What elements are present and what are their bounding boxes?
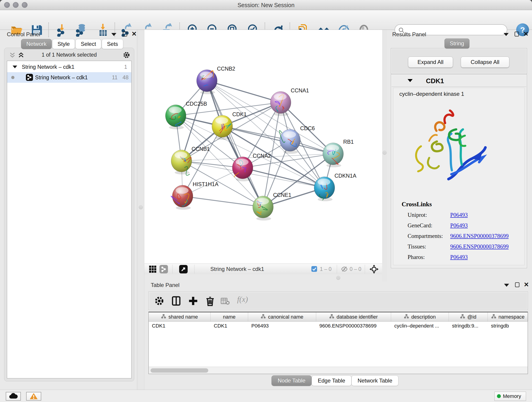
table-cell[interactable]: 9606.ENSP00000378699 (316, 322, 391, 330)
network-edge[interactable] (183, 196, 263, 207)
shared-column-icon (460, 314, 465, 320)
crosslink-link[interactable]: P06493 (450, 212, 468, 218)
memory-button[interactable]: Memory (494, 392, 526, 401)
footer-separator (194, 265, 195, 274)
gene-description: cyclin–dependent kinase 1 (399, 91, 464, 97)
network-options-gear-button[interactable] (123, 51, 130, 59)
network-node-HIST1H1A[interactable] (171, 185, 193, 210)
table-horizontal-scrollbar[interactable] (149, 367, 528, 374)
splitter-grip[interactable] (139, 205, 143, 209)
column-header-name[interactable]: name (210, 313, 248, 321)
delete-table-button[interactable] (221, 297, 230, 305)
delete-column-button[interactable] (205, 295, 215, 306)
control-panel-menu-button[interactable] (111, 33, 116, 36)
application-window: Session: New Session (0, 0, 532, 402)
table-toolbar: f(x) (148, 292, 528, 310)
column-header-shared-name[interactable]: shared name (149, 313, 210, 321)
crosslink-label: Tissues: (408, 243, 426, 250)
birdseye-view-icon[interactable] (179, 265, 188, 274)
expand-all-button[interactable]: Expand All (408, 57, 453, 68)
table-cell[interactable]: CDK1 (210, 322, 248, 330)
show-columns-button[interactable] (171, 295, 182, 306)
column-header-namespace[interactable]: namespace (488, 313, 528, 321)
network-node-CCNE1[interactable] (253, 196, 273, 220)
table-cell[interactable]: cyclin–dependent ... (391, 322, 449, 330)
cloud-button[interactable] (6, 392, 21, 401)
network-label: String Network – cdk1 (35, 75, 88, 81)
network-edge[interactable] (207, 81, 281, 102)
column-header--id[interactable]: @id (449, 313, 488, 321)
tab-edge-table[interactable]: Edge Table (312, 375, 351, 386)
column-header-canonical-name[interactable]: canonical name (248, 313, 316, 321)
warnings-button[interactable] (26, 392, 41, 401)
scrollbar-thumb[interactable] (151, 368, 208, 373)
network-node-CCNA1[interactable] (270, 91, 291, 116)
table-panel-float-button[interactable] (515, 282, 519, 287)
crosslink-link[interactable]: P06493 (450, 254, 468, 260)
section-expander-icon[interactable] (408, 79, 413, 82)
results-panel-menu-button[interactable] (504, 33, 509, 36)
tab-select[interactable]: Select (75, 39, 101, 49)
network-node-CCNB2[interactable] (196, 70, 217, 94)
table-options-gear-button[interactable] (154, 295, 165, 306)
control-panel-float-button[interactable] (123, 32, 127, 36)
network-node-CDC25B[interactable] (165, 105, 186, 129)
node-label-CCNB1: CCNB1 (191, 146, 210, 152)
gene-section-header[interactable]: CDK1 (392, 75, 526, 87)
control-panel-close-button[interactable]: ✕ (132, 32, 137, 36)
results-panel-close-button[interactable]: ✕ (523, 32, 529, 36)
crosslink-link[interactable]: P06493 (450, 222, 468, 229)
network-row-selected[interactable]: String Network – cdk1 11 48 (7, 72, 131, 83)
collapse-all-button[interactable]: Collapse All (461, 57, 509, 68)
table-cell[interactable]: P06493 (248, 322, 316, 330)
footer-separator (337, 265, 337, 274)
current-network-title: String Network – cdk1 (210, 266, 264, 272)
network-view-icon[interactable] (159, 265, 168, 274)
tree-expander-icon[interactable] (13, 65, 17, 68)
network-node-CCNB1[interactable] (171, 150, 192, 175)
titlebar: Session: New Session (0, 0, 532, 10)
results-panel-title: Results Panel (392, 31, 426, 38)
tab-network-table[interactable]: Network Table (351, 375, 399, 386)
crosslink-link[interactable]: 9606.ENSP00000378699 (450, 243, 509, 250)
node-label-CCNA2: CCNA2 (253, 153, 271, 159)
splitter-grip[interactable] (383, 151, 386, 155)
network-collection-row[interactable]: String Network – cdk1 1 (7, 62, 131, 72)
grid-view-icon[interactable] (148, 265, 157, 274)
add-column-button[interactable] (188, 295, 199, 306)
shared-column-icon (404, 314, 409, 320)
results-panel-float-button[interactable] (515, 32, 519, 36)
column-header-description[interactable]: description (391, 313, 449, 321)
navigate-crosshair-icon[interactable] (369, 264, 379, 274)
crosslink-link[interactable]: 9606.ENSP00000378699 (450, 233, 509, 239)
network-node-CDKN1A[interactable] (314, 177, 335, 201)
network-canvas[interactable]: CCNB2CCNA1CDC25BCDK1CDC6RB1CCNB1CCNA2CDK… (144, 30, 382, 264)
network-icon (26, 74, 33, 81)
node-details-box: CDK1 cyclin–dependent kinase 1 (391, 74, 527, 268)
table-panel-close-button[interactable]: ✕ (524, 282, 529, 287)
right-splitter[interactable] (382, 30, 387, 281)
crosslinks-title: CrossLinks (402, 201, 432, 208)
table-cell[interactable]: CDK1 (149, 322, 210, 330)
table-panel-menu-button[interactable] (504, 284, 509, 287)
memory-status-dot (497, 394, 501, 398)
bottom-splitter-grip[interactable] (336, 276, 340, 280)
selected-checkbox-icon[interactable] (311, 266, 317, 272)
function-builder-button[interactable]: f(x) (237, 295, 248, 304)
control-panel: Control Panel ✕ NetworkStyleSelectSets 1… (1, 30, 137, 384)
tab-style[interactable]: Style (52, 39, 75, 49)
table-cell[interactable]: stringdb:9... (449, 322, 488, 330)
tab-string[interactable]: String (444, 38, 469, 49)
network-node-RB1[interactable] (323, 143, 343, 167)
table-row[interactable]: CDK1CDK1P064939606.ENSP00000378699cyclin… (149, 322, 528, 330)
column-header-database-identifier[interactable]: database identifier (316, 313, 391, 321)
protein-structure-image (400, 102, 492, 189)
node-label-CDK1: CDK1 (232, 111, 247, 117)
tab-node-table[interactable]: Node Table (272, 375, 312, 386)
tab-sets[interactable]: Sets (102, 39, 123, 49)
network-edge[interactable] (207, 81, 263, 207)
table-cell[interactable]: stringdb (488, 322, 528, 330)
left-splitter[interactable] (137, 30, 144, 390)
hidden-eye-icon[interactable] (341, 266, 348, 272)
tab-network[interactable]: Network (21, 39, 52, 49)
